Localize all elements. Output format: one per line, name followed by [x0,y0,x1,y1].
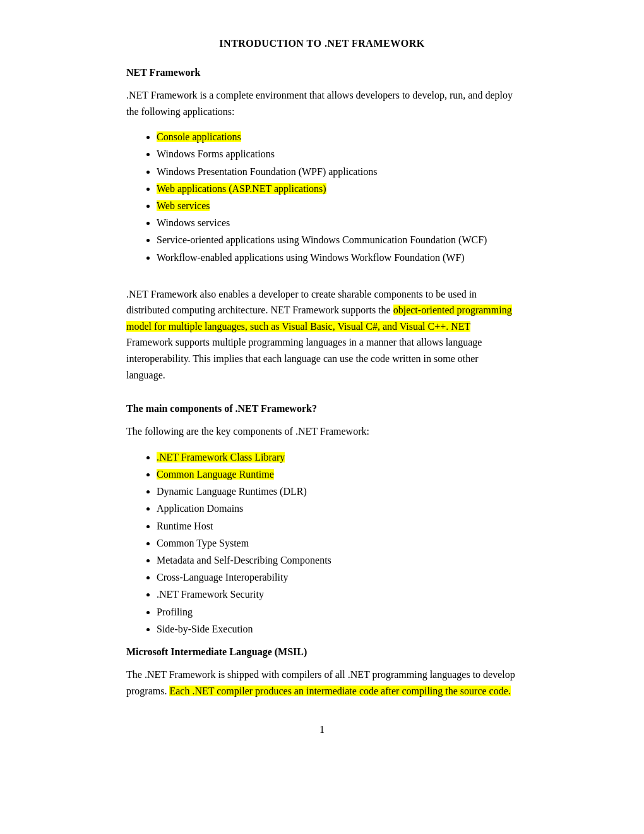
list-item-text: Runtime Host [157,521,213,531]
list-item-text: Side-by-Side Execution [157,624,253,634]
list-item: Cross-Language Interoperability [157,569,518,586]
section-main-components: The main components of .NET Framework? T… [126,403,518,638]
list-item: Web services [157,197,518,214]
page-container: INTRODUCTION TO .NET FRAMEWORK NET Frame… [76,38,568,796]
list-item-text: Application Domains [157,503,243,514]
list-item-text: Metadata and Self-Describing Components [157,555,331,565]
section-msil: Microsoft Intermediate Language (MSIL) T… [126,646,518,699]
list-item-text: Common Language Runtime [157,469,274,480]
net-framework-intro: .NET Framework is a complete environment… [126,87,518,119]
list-item: Windows services [157,214,518,231]
list-item: Application Domains [157,500,518,517]
list-item-text: Cross-Language Interoperability [157,572,288,583]
list-item: Web applications (ASP.NET applications) [157,180,518,197]
net-framework-paragraph2: .NET Framework also enables a developer … [126,286,518,384]
msil-heading: Microsoft Intermediate Language (MSIL) [126,646,518,658]
page-title: INTRODUCTION TO .NET FRAMEWORK [126,38,518,49]
list-item: .NET Framework Security [157,586,518,603]
list-item: Console applications [157,128,518,145]
list-item-text: .NET Framework Security [157,589,264,600]
list-item: Runtime Host [157,517,518,535]
main-components-intro: The following are the key components of … [126,423,518,440]
page-number: 1 [126,724,518,735]
list-item-text: Service-oriented applications using Wind… [157,234,487,245]
msil-paragraph: The .NET Framework is shipped with compi… [126,667,518,699]
list-item: .NET Framework Class Library [157,449,518,466]
list-item: Workflow-enabled applications using Wind… [157,249,518,266]
list-item-text: Windows services [157,217,230,228]
main-components-heading: The main components of .NET Framework? [126,403,518,414]
list-item-text: Console applications [157,131,241,142]
paragraph2-after: Framework supports multiple programming … [126,337,482,380]
list-item: Dynamic Language Runtimes (DLR) [157,483,518,500]
list-item-text: Common Type System [157,538,249,548]
list-item-text: .NET Framework Class Library [157,452,285,462]
msil-highlight: Each .NET compiler produces an intermedi… [169,686,510,696]
net-framework-list: Console applications Windows Forms appli… [126,128,518,266]
net-framework-heading: NET Framework [126,67,518,78]
list-item: Windows Forms applications [157,145,518,162]
list-item-text: Workflow-enabled applications using Wind… [157,252,465,263]
list-item-text: Windows Presentation Foundation (WPF) ap… [157,166,378,177]
list-item-text: Profiling [157,607,193,617]
list-item-text: Windows Forms applications [157,148,275,159]
list-item-text: Web applications (ASP.NET applications) [157,183,326,194]
main-components-list: .NET Framework Class Library Common Lang… [126,449,518,638]
list-item: Common Language Runtime [157,466,518,483]
section-net-framework: NET Framework .NET Framework is a comple… [126,67,518,383]
list-item-text: Web services [157,200,210,211]
list-item: Service-oriented applications using Wind… [157,231,518,248]
list-item: Profiling [157,603,518,620]
list-item: Windows Presentation Foundation (WPF) ap… [157,163,518,180]
list-item: Common Type System [157,535,518,552]
list-item: Metadata and Self-Describing Components [157,552,518,569]
list-item-text: Dynamic Language Runtimes (DLR) [157,486,307,497]
list-item: Side-by-Side Execution [157,620,518,638]
